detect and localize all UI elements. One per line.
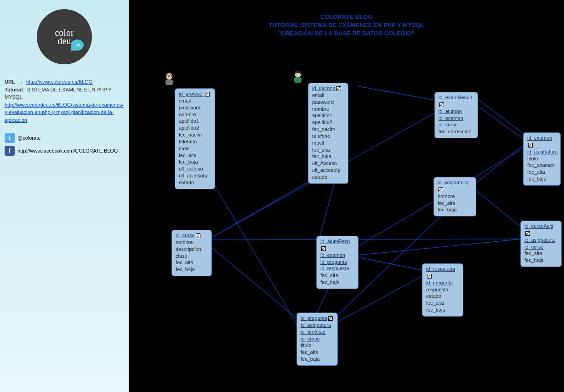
field: telefono bbox=[179, 138, 211, 145]
sidebar: color deu .es URL : http://www.colordeu.… bbox=[0, 0, 129, 392]
twitter-handle: @colorate bbox=[17, 135, 40, 141]
logo: color deu .es bbox=[37, 9, 92, 64]
entity-cursoasig[interactable]: id_cursoAsig id_asignatura id_curso fec_… bbox=[520, 221, 562, 267]
field: estado bbox=[426, 293, 459, 300]
entity-alumno[interactable]: id_alumno email password nombre apellido… bbox=[308, 83, 348, 184]
field: fec_alta bbox=[312, 147, 344, 153]
field: ult_accesoIp bbox=[179, 172, 211, 179]
field: ult_accesoIp bbox=[312, 167, 344, 174]
field: ult_acceso bbox=[179, 165, 211, 172]
fk: id_profesor bbox=[301, 329, 326, 335]
logo-bubble: .es bbox=[71, 40, 84, 51]
field: telefono bbox=[312, 133, 344, 140]
url-link[interactable]: http://www.colordeu.es/BLOG bbox=[26, 79, 92, 85]
pk: id_examen bbox=[527, 135, 552, 141]
entity-respuesta[interactable]: id_respuesta id_pregunta respuesta estad… bbox=[422, 263, 463, 317]
field: fec_baja bbox=[524, 257, 558, 264]
pk: id_respuesta bbox=[426, 266, 455, 272]
field: ult_Acceso bbox=[312, 160, 344, 167]
entity-examen[interactable]: id_examen id_asignatura titulo fec_exame… bbox=[523, 132, 561, 186]
pk: id_profesor bbox=[179, 91, 204, 97]
field: fec_baja bbox=[320, 279, 354, 286]
field: clase bbox=[176, 253, 208, 260]
field: fec_baja bbox=[426, 307, 459, 313]
field: fec_alta bbox=[179, 152, 211, 159]
fk: id_asignatura bbox=[524, 237, 555, 243]
fk: id_curso bbox=[301, 336, 320, 341]
key-check-icon bbox=[205, 92, 210, 97]
fk: id_examen bbox=[439, 115, 463, 121]
tutorial-link[interactable]: http://www.colordeu.es/BLOG/sistema-de-e… bbox=[5, 102, 124, 123]
fk: id_curso bbox=[524, 244, 544, 250]
field: fec_alta bbox=[426, 300, 459, 307]
svg-rect-5 bbox=[294, 77, 302, 83]
key-check-icon bbox=[427, 274, 432, 278]
entity-pregunta[interactable]: id_pregunta id_asignatura id_profesor id… bbox=[296, 312, 338, 366]
relationship-lines bbox=[129, 0, 564, 392]
pk: id_asignatura bbox=[438, 180, 468, 185]
fk: id_pregunta bbox=[320, 259, 347, 265]
field: respuesta bbox=[426, 286, 459, 293]
fk: id_examen bbox=[320, 252, 345, 258]
field: fec_nacim bbox=[312, 126, 344, 133]
logo-text-2: deu bbox=[58, 37, 71, 45]
field: titulo bbox=[301, 342, 334, 349]
field: nombre bbox=[179, 111, 211, 118]
field: fec_alta bbox=[320, 272, 354, 279]
key-check-icon bbox=[525, 231, 530, 236]
field: apellido2 bbox=[179, 125, 211, 131]
field: fec_alta bbox=[524, 250, 558, 257]
facebook-link: http://www.facebook.com/COLORATE.BLOG bbox=[17, 148, 118, 153]
field: descripcion bbox=[176, 246, 208, 253]
professor-avatar-icon bbox=[162, 71, 177, 86]
fk: id_asignatura bbox=[527, 149, 558, 154]
field: apellido1 bbox=[179, 118, 211, 125]
key-check-icon bbox=[336, 86, 341, 91]
twitter-icon[interactable]: t bbox=[5, 133, 15, 143]
field: fec_baja bbox=[438, 206, 472, 213]
entity-curso[interactable]: id_curso nombre descripcion clase fec_al… bbox=[171, 230, 212, 276]
field: fec_correccion bbox=[439, 128, 474, 135]
fk: id_asignatura bbox=[301, 322, 331, 328]
field: fec_baja bbox=[312, 153, 344, 160]
field: email bbox=[312, 92, 344, 99]
field: fec_alta bbox=[176, 259, 208, 266]
field: movil bbox=[179, 145, 211, 152]
key-check-icon bbox=[328, 316, 333, 321]
field: fec_examen bbox=[527, 162, 557, 169]
field: fec_nacim bbox=[179, 131, 211, 138]
field: titulo bbox=[527, 155, 557, 162]
field: estado bbox=[312, 174, 344, 181]
field: fec_alta bbox=[438, 200, 472, 207]
key-check-icon bbox=[196, 233, 200, 238]
field: password bbox=[179, 104, 211, 111]
field: movil bbox=[312, 140, 344, 147]
info-block: URL : http://www.colordeu.es/BLOG Tutori… bbox=[5, 78, 124, 124]
field: fec_baja bbox=[176, 266, 208, 273]
pk: id_examResult bbox=[439, 95, 472, 100]
fk: id_curso bbox=[439, 122, 458, 127]
social-block: t @colorate f http://www.facebook.com/CO… bbox=[5, 133, 124, 156]
field: fec_alta bbox=[527, 169, 557, 176]
entity-asignatura[interactable]: id_asignatura nombre fec_alta fec_baja bbox=[433, 177, 476, 216]
field: apellido2 bbox=[312, 119, 344, 126]
field: apellido1 bbox=[312, 112, 344, 119]
facebook-icon[interactable]: f bbox=[5, 146, 15, 156]
entity-profesor[interactable]: id_profesor email password nombre apelli… bbox=[175, 88, 215, 189]
field: fec_baja bbox=[527, 176, 557, 182]
entity-examresult[interactable]: id_examResult id_alumno id_examen id_cur… bbox=[434, 92, 478, 138]
pk: id_cursoAsig bbox=[524, 223, 553, 229]
svg-rect-1 bbox=[165, 80, 173, 85]
student-avatar-icon bbox=[291, 69, 305, 84]
entity-alumresp[interactable]: id_alumResp id_examen id_pregunta id_res… bbox=[316, 236, 359, 289]
pk: id_alumResp bbox=[320, 239, 350, 244]
fk: id_respuesta bbox=[320, 266, 349, 271]
field: email bbox=[179, 97, 211, 104]
key-check-icon bbox=[439, 102, 444, 107]
field: nombre bbox=[176, 239, 208, 246]
pk: id_pregunta bbox=[301, 315, 327, 321]
field: fec_alta bbox=[301, 349, 334, 356]
field: fec_baja bbox=[179, 159, 211, 165]
twitter-row: t @colorate bbox=[5, 133, 124, 143]
field: estado bbox=[179, 179, 211, 186]
